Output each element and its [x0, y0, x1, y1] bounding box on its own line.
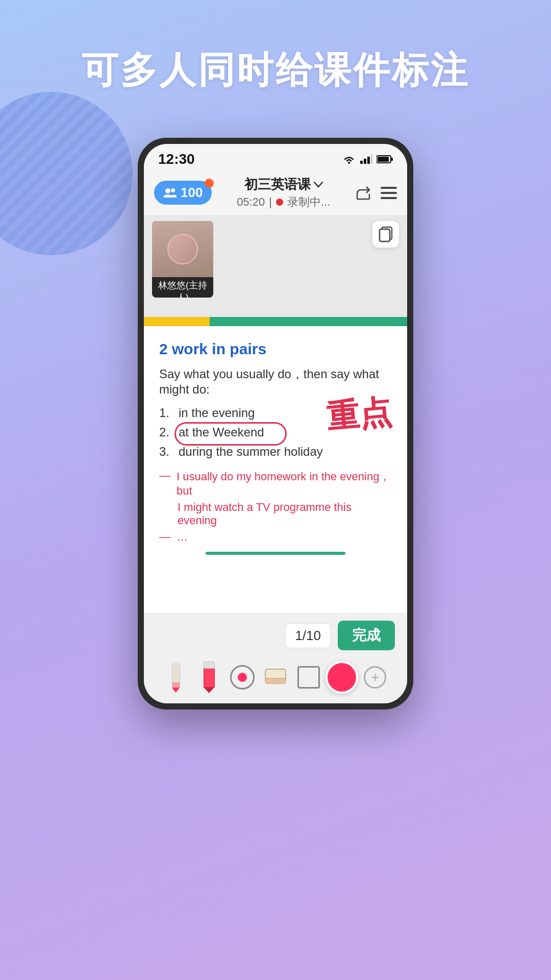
circled-text: at the Weekend — [179, 425, 264, 439]
svg-rect-7 — [391, 158, 393, 161]
dot-tool[interactable] — [227, 659, 258, 695]
phone-frame: 12:30 — [138, 138, 413, 709]
svg-rect-12 — [381, 197, 397, 199]
add-tool[interactable]: + — [360, 659, 390, 695]
copy-slides-icon — [378, 226, 394, 242]
battery-icon — [377, 155, 393, 164]
svg-rect-6 — [378, 157, 389, 162]
top-actions — [355, 185, 397, 201]
svg-rect-4 — [371, 155, 372, 164]
chevron-down-icon[interactable] — [314, 182, 323, 188]
pencil-tool[interactable] — [161, 659, 191, 695]
host-label: 林悠悠(主持人) — [152, 277, 213, 298]
dialogue-line-3: — … — [159, 530, 392, 544]
status-time: 12:30 — [158, 151, 195, 167]
class-time-row: 05:20 | 录制中... — [237, 194, 330, 210]
record-icon — [325, 661, 358, 694]
class-title-area: 初三英语课 05:20 | 录制中... — [237, 176, 330, 210]
signal-icon — [360, 155, 372, 164]
progress-yellow — [144, 317, 210, 326]
bg-decoration — [0, 92, 133, 255]
marker-tool[interactable] — [194, 659, 224, 695]
svg-rect-10 — [381, 187, 397, 189]
tool-row: + — [154, 657, 397, 697]
record-button[interactable] — [327, 659, 357, 695]
svg-rect-14 — [380, 229, 390, 241]
svg-point-0 — [348, 162, 350, 164]
notification-dot — [205, 179, 214, 188]
svg-rect-17 — [265, 678, 286, 683]
progress-bar — [144, 317, 407, 326]
page-indicator: 1/10 — [285, 623, 331, 648]
svg-rect-11 — [381, 192, 397, 194]
bottom-progress-line — [206, 552, 345, 555]
add-icon: + — [364, 666, 386, 689]
instruction-text: Say what you usually do，then say what mi… — [159, 366, 392, 397]
user-count-badge[interactable]: 100 — [154, 181, 212, 205]
users-icon — [163, 187, 177, 199]
eraser-tool[interactable] — [260, 659, 291, 695]
user-count-text: 100 — [181, 185, 203, 201]
content-area: 2 work in pairs Say what you usually do，… — [144, 326, 407, 612]
shape-icon — [297, 666, 320, 689]
eraser-icon — [264, 667, 287, 688]
lesson-title: 2 work in pairs — [159, 340, 392, 358]
copy-slides-button[interactable] — [372, 221, 399, 248]
complete-button[interactable]: 完成 — [338, 621, 395, 650]
page-indicator-row: 1/10 完成 — [154, 621, 397, 650]
phone-screen: 12:30 — [144, 144, 407, 703]
page-title: 可多人同时给课件标注 — [0, 46, 551, 95]
top-bar: 100 初三英语课 05:20 | 录制中... — [144, 172, 407, 215]
progress-green — [210, 317, 407, 326]
wifi-icon — [342, 154, 356, 164]
video-section: 林悠悠(主持人) — [144, 215, 407, 317]
list-item: 3. during the summer holiday — [159, 445, 392, 459]
dialogue-line-2: I might watch a TV programme this evenin… — [159, 501, 392, 527]
host-video: 林悠悠(主持人) — [152, 221, 213, 298]
svg-rect-2 — [364, 159, 366, 164]
status-icons — [342, 154, 393, 164]
svg-rect-3 — [367, 157, 370, 164]
dialogue-section: — I usually do my homework in the evenin… — [159, 469, 392, 544]
dialogue-line-1: — I usually do my homework in the evenin… — [159, 469, 392, 498]
chinese-annotation: 重点 — [324, 390, 393, 440]
class-name: 初三英语课 — [237, 176, 330, 193]
menu-icon[interactable] — [381, 187, 397, 199]
shape-tool[interactable] — [293, 659, 324, 695]
recording-dot — [276, 199, 283, 206]
svg-rect-1 — [360, 161, 363, 164]
svg-point-8 — [165, 188, 170, 193]
svg-point-9 — [171, 188, 175, 192]
status-bar: 12:30 — [144, 144, 407, 172]
bottom-toolbar: 1/10 完成 — [144, 612, 407, 703]
share-icon[interactable] — [355, 185, 371, 201]
